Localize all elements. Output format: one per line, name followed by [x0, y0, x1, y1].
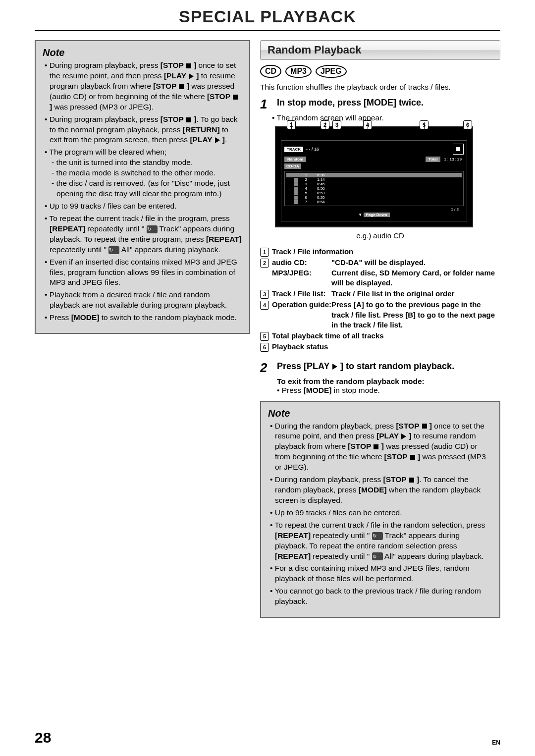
- page-title: SPECIAL PLAYBACK: [35, 5, 500, 30]
- stop-icon: [409, 478, 414, 483]
- repeat-icon: ↻: [372, 532, 383, 540]
- note-item: • Press [MODE] to switch to the random p…: [43, 313, 242, 323]
- callouts: 123456: [276, 120, 472, 130]
- track-row: 70:54: [286, 200, 462, 204]
- track-list: 10:3621:1430:4540:5050:5360:2070:54: [284, 171, 464, 206]
- step-2: 2 Press [PLAY ] to start random playback…: [260, 361, 500, 374]
- music-icon: [294, 173, 298, 177]
- play-icon: [215, 137, 220, 143]
- note-subitem: - the unit is turned into the standby mo…: [50, 158, 242, 168]
- left-column: Note • During program playback, press [S…: [35, 40, 250, 618]
- legend: 1Track / File information2audio CD:"CD-D…: [260, 247, 500, 352]
- legend-row: 4Operation guide:Press [A] to go to the …: [260, 300, 500, 330]
- legend-number: 1: [260, 248, 269, 257]
- legend-row: 1Track / File information: [260, 247, 500, 257]
- note-heading: Note: [43, 47, 242, 58]
- divider: [35, 30, 500, 31]
- exit-sub: • Press [MODE] in stop mode.: [260, 386, 500, 395]
- legend-row: 3Track / File list:Track / File list in …: [260, 289, 500, 299]
- step-text: Press [PLAY ] to start random playback.: [277, 361, 454, 374]
- step-number: 2: [260, 361, 272, 374]
- track-count: - - / 16: [306, 147, 319, 152]
- note-subitem: - the disc / card is removed. (as for "D…: [50, 178, 242, 199]
- note-item: • Playback from a desired track / file a…: [43, 290, 242, 311]
- mode-row: Random Total 1 : 13 : 29: [284, 157, 464, 162]
- stop-icon: [422, 424, 427, 429]
- music-icon: [294, 182, 298, 186]
- play-icon: [332, 364, 337, 370]
- total-label: Total: [426, 157, 441, 162]
- music-icon: [294, 178, 298, 182]
- columns: Note • During program playback, press [S…: [35, 40, 500, 618]
- screen-top: TRACK - - / 16: [284, 144, 464, 155]
- page: SPECIAL PLAYBACK Note • During program p…: [0, 0, 535, 633]
- legend-number: 3: [260, 290, 269, 299]
- legend-body: Playback status: [272, 342, 500, 352]
- note-item: • During program playback, press [STOP ]…: [43, 114, 242, 146]
- exit-heading: To exit from the random playback mode:: [260, 377, 500, 386]
- stop-icon: [179, 84, 184, 89]
- track-row: 50:53: [286, 191, 462, 195]
- note-item: • During the random playback, press [STO…: [268, 421, 492, 473]
- intro-text: This function shuffles the playback orde…: [260, 83, 500, 92]
- legend-body: Track / File list:Track / File list in t…: [272, 289, 500, 299]
- right-note-list: • During the random playback, press [STO…: [268, 421, 492, 607]
- repeat-icon: ↻: [147, 225, 158, 233]
- track-row: 60:20: [286, 195, 462, 200]
- note-item: • You cannot go back to the previous tra…: [268, 586, 492, 607]
- legend-body: audio CD:"CD-DA" will be displayed.MP3/J…: [272, 258, 500, 288]
- track-row: 21:14: [286, 177, 462, 182]
- screen-inner: TRACK - - / 16 Random Total 1 : 13 : 29 …: [281, 140, 467, 221]
- play-icon: [189, 73, 194, 79]
- disc-icons: CDMP3JPEG: [260, 65, 500, 78]
- disc-type-label: CD-DA: [284, 163, 301, 169]
- legend-body: Total playback time of all tracks: [272, 331, 500, 341]
- legend-row: 5Total playback time of all tracks: [260, 331, 500, 341]
- note-subitem: - the media mode is switched to the othe…: [50, 168, 242, 178]
- note-item: • During random playback, press [STOP ].…: [268, 475, 492, 506]
- left-note-list: • During program playback, press [STOP ]…: [43, 60, 242, 323]
- section-header: Random Playback: [260, 40, 500, 60]
- mode-label: Random: [284, 157, 306, 162]
- page-number: 28: [35, 729, 51, 746]
- music-icon: [294, 187, 298, 191]
- legend-body: Operation guide:Press [A] to go to the p…: [272, 300, 500, 330]
- legend-number: 5: [260, 332, 269, 341]
- note-item: • Up to 99 tracks / files can be entered…: [268, 508, 492, 518]
- screen-wrap: 123456 TRACK - - / 16 Random Total: [260, 126, 500, 227]
- legend-row: 6Playback status: [260, 342, 500, 352]
- stop-icon: [186, 63, 191, 68]
- disc-icon: MP3: [285, 65, 312, 78]
- page-down: ▼ Page Down: [284, 212, 464, 218]
- disc-icon: JPEG: [316, 65, 347, 78]
- track-row: 30:45: [286, 182, 462, 186]
- stop-icon: [456, 147, 460, 151]
- playback-status-icon: [453, 144, 464, 155]
- note-item: • Up to 99 tracks / files can be entered…: [43, 201, 242, 212]
- stop-icon: [410, 455, 415, 460]
- step-text: In stop mode, press [MODE] twice.: [277, 98, 424, 110]
- step-number: 1: [260, 98, 272, 110]
- total-time: 1 : 13 : 29: [442, 157, 464, 162]
- track-label: TRACK: [284, 147, 303, 152]
- right-note-box: Note • During the random playback, press…: [260, 401, 500, 618]
- footer: 28 EN: [35, 729, 500, 746]
- step-1: 1 In stop mode, press [MODE] twice.: [260, 98, 500, 110]
- screen-caption: e.g.) audio CD: [260, 231, 500, 240]
- stop-icon: [186, 117, 191, 122]
- note-item: • For a disc containing mixed MP3 and JP…: [268, 563, 492, 584]
- legend-body: Track / File information: [272, 247, 500, 257]
- track-info: TRACK - - / 16: [284, 147, 319, 152]
- note-item: • Even if an inserted disc contains mixe…: [43, 257, 242, 288]
- music-icon: [294, 196, 298, 200]
- legend-number: 6: [260, 343, 269, 352]
- left-note-box: Note • During program playback, press [S…: [35, 40, 250, 334]
- track-row: 40:50: [286, 186, 462, 191]
- note-item: • The program will be cleared when;- the…: [43, 147, 242, 199]
- track-row: 10:36: [286, 173, 462, 177]
- repeat-icon: ↻: [108, 246, 119, 254]
- note-heading: Note: [268, 408, 492, 419]
- music-icon: [294, 200, 298, 204]
- legend-number: 2: [260, 259, 269, 268]
- page-indicator: 1 / 3: [284, 206, 464, 212]
